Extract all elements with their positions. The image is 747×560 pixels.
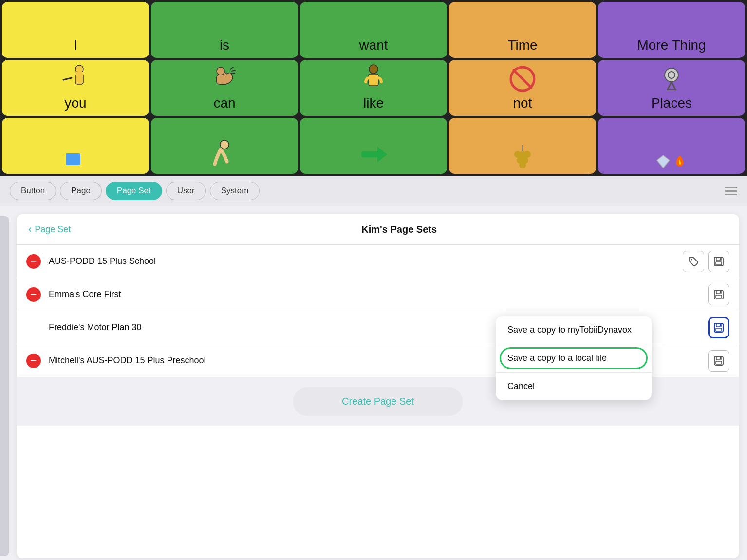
page-set-title: Kim's Page Sets (71, 224, 728, 235)
svg-rect-38 (716, 328, 722, 331)
svg-line-11 (514, 70, 531, 88)
aac-cell-r3c1[interactable] (2, 118, 149, 174)
svg-rect-17 (361, 151, 379, 157)
remove-button-4[interactable]: − (26, 354, 41, 368)
svg-rect-3 (75, 72, 83, 75)
back-chevron-icon: ‹ (28, 223, 32, 236)
grapes-icon (508, 140, 537, 169)
aac-cell-like[interactable]: like (300, 60, 447, 116)
tab-bar: Button Page Page Set User System (0, 176, 747, 206)
tag-button-1[interactable] (683, 251, 704, 272)
save-icon-1 (713, 256, 724, 267)
svg-point-27 (691, 259, 692, 260)
main-panel: ‹ Page Set Kim's Page Sets − AUS-PODD 15… (0, 206, 747, 560)
svg-line-6 (232, 70, 235, 71)
blue-rect-icon (63, 149, 88, 169)
aac-cell-r3c4[interactable] (449, 118, 596, 174)
aac-grid: I is want Time More Thing you (0, 0, 747, 176)
save-dropdown: Save a copy to myTobiiDynavox Save a cop… (496, 316, 652, 400)
aac-cell-can[interactable]: can (151, 60, 298, 116)
action-icons-1 (683, 251, 729, 272)
svg-marker-18 (377, 147, 387, 162)
svg-rect-39 (720, 324, 721, 326)
person-pointing-icon (61, 64, 90, 93)
diamond-icon (656, 154, 671, 169)
remove-button-1[interactable]: − (26, 254, 41, 269)
save-cloud-option[interactable]: Save a copy to myTobiiDynavox (496, 316, 652, 344)
aac-cell-is[interactable]: is (151, 2, 298, 58)
cancel-option[interactable]: Cancel (496, 373, 652, 400)
tab-button[interactable]: Button (10, 182, 56, 200)
svg-point-24 (519, 162, 526, 168)
arrow-right-icon (359, 140, 388, 169)
action-icons-3 (708, 317, 729, 338)
svg-rect-30 (716, 262, 722, 265)
svg-line-0 (63, 78, 72, 80)
side-handle (0, 216, 9, 556)
save-icon-3 (713, 322, 724, 333)
remove-button-2[interactable]: − (26, 287, 41, 302)
save-local-option[interactable]: Save a copy to a local file (496, 344, 652, 373)
save-button-3[interactable] (708, 317, 729, 338)
aac-cell-r3c3[interactable] (300, 118, 447, 174)
back-label: Page Set (35, 224, 71, 235)
svg-point-12 (665, 68, 678, 82)
aac-cell-r3c5[interactable] (598, 118, 745, 174)
tab-user[interactable]: User (166, 182, 206, 200)
item-name-1: AUS-PODD 15 Plus School (49, 256, 683, 266)
svg-marker-26 (657, 155, 670, 168)
prohibited-icon (508, 64, 537, 93)
fire-icon (672, 154, 687, 169)
svg-rect-15 (66, 153, 80, 165)
aac-cell-want[interactable]: want (300, 2, 447, 58)
aac-cell-time[interactable]: Time (449, 2, 596, 58)
svg-rect-31 (720, 258, 721, 260)
action-icons-4 (708, 350, 729, 372)
svg-rect-42 (716, 361, 722, 364)
aac-cell-r3c2[interactable] (151, 118, 298, 174)
flexing-arm-icon (210, 64, 239, 93)
tag-icon (688, 256, 699, 267)
aac-cell-you[interactable]: you (2, 60, 149, 116)
list-item-1: − AUS-PODD 15 Plus School (17, 245, 739, 278)
person-like-icon (359, 64, 388, 93)
aac-cell-places[interactable]: Places (598, 60, 745, 116)
create-page-set-button[interactable]: Create Page Set (293, 387, 463, 416)
item-name-2: Emma's Core First (49, 289, 708, 299)
aac-cell-more-thing[interactable]: More Thing (598, 2, 745, 58)
bending-person-icon (210, 140, 239, 169)
save-button-4[interactable] (708, 350, 729, 372)
aac-cell-not[interactable]: not (449, 60, 596, 116)
aac-cell-I[interactable]: I (2, 2, 149, 58)
save-icon-2 (713, 289, 724, 300)
save-button-1[interactable] (708, 251, 729, 272)
tab-page[interactable]: Page (60, 182, 102, 200)
svg-point-21 (524, 151, 531, 158)
svg-line-5 (230, 67, 233, 69)
content-area: ‹ Page Set Kim's Page Sets − AUS-PODD 15… (17, 214, 739, 558)
action-icons-2 (708, 284, 729, 305)
tab-menu-icon[interactable] (725, 187, 737, 195)
save-icon-4 (713, 355, 724, 366)
svg-rect-9 (369, 74, 378, 86)
svg-rect-34 (716, 295, 722, 298)
back-button[interactable]: ‹ Page Set (28, 223, 71, 236)
list-item-3: Freddie's Motor Plan 30 Save a copy to m… (17, 311, 739, 344)
tab-page-set[interactable]: Page Set (106, 182, 162, 200)
list-item-2: − Emma's Core First (17, 278, 739, 311)
save-button-2[interactable] (708, 284, 729, 305)
svg-point-4 (217, 67, 224, 75)
page-set-header: ‹ Page Set Kim's Page Sets (17, 214, 739, 245)
tab-system[interactable]: System (210, 182, 260, 200)
svg-rect-43 (720, 357, 721, 359)
svg-point-16 (220, 140, 229, 149)
svg-point-8 (369, 65, 378, 74)
map-pin-icon (657, 64, 686, 93)
svg-rect-35 (720, 291, 721, 293)
